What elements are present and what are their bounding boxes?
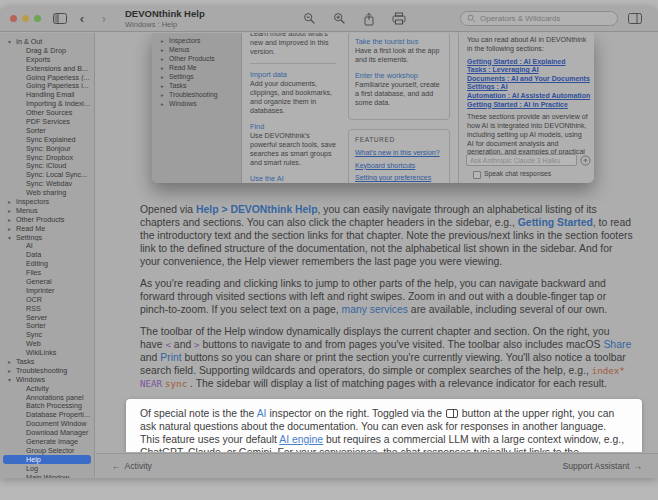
embed-entry-link[interactable]: Enter the workshop [355, 71, 443, 80]
sidebar-item-other-products[interactable]: ▸Other Products [0, 215, 94, 224]
inline-link[interactable]: AI engine [279, 434, 323, 445]
chevron-down-icon[interactable]: ▾ [8, 38, 16, 45]
sidebar-item-read-me[interactable]: ▸Read Me [0, 224, 94, 233]
chevron-right-icon[interactable]: ▸ [8, 367, 16, 374]
sidebar-item-main-window[interactable]: Main Window [0, 473, 94, 478]
sidebar-item-download-manager[interactable]: Download Manager [0, 428, 94, 437]
sidebar-item-annotations-panel[interactable]: Annotations panel [0, 393, 94, 402]
close-button[interactable] [10, 15, 17, 22]
sidebar-item-label: Sync [26, 330, 42, 339]
sidebar-item-ocr[interactable]: OCR [0, 295, 94, 304]
ai-section-link[interactable]: Getting Started : AI in Practice [467, 101, 590, 110]
sidebar-item-menus[interactable]: ▸Menus [0, 206, 94, 215]
sidebar-item-sync-webdav[interactable]: Sync: Webdav [0, 179, 94, 188]
sidebar-item-drag-drop[interactable]: Drag & Drop [0, 46, 94, 55]
sidebar-item-sync-icloud[interactable]: Sync: iCloud [0, 161, 94, 170]
sidebar-item-sync-bonjour[interactable]: Sync: Bonjour [0, 144, 94, 153]
sidebar-item-other-sources[interactable]: Other Sources [0, 108, 94, 117]
sidebar-item-exports[interactable]: Exports [0, 55, 94, 64]
ai-chat-input[interactable] [466, 154, 577, 166]
sidebar-toggle-icon[interactable] [51, 11, 69, 27]
share-icon[interactable] [360, 11, 378, 27]
sidebar-item-general[interactable]: General [0, 277, 94, 286]
ai-panel-toggle-icon[interactable] [626, 11, 644, 27]
minimize-button[interactable] [22, 15, 29, 22]
zoom-out-icon[interactable] [300, 11, 318, 27]
sidebar-item-web[interactable]: Web [0, 339, 94, 348]
sidebar-item-ai[interactable]: AI [0, 241, 94, 250]
previous-page-link[interactable]: ← Activity [112, 461, 152, 471]
search-input[interactable]: Operators & Wildcards [460, 11, 618, 26]
ai-section-link[interactable]: Getting Started : AI Explained [467, 58, 590, 67]
chevron-right-icon: ▸ [161, 47, 169, 53]
next-page-link[interactable]: Support Assistant → [563, 461, 642, 471]
inline-link[interactable]: Print [160, 352, 181, 363]
inline-link[interactable]: Share [603, 339, 631, 350]
sidebar-item-pdf-services[interactable]: PDF Services [0, 117, 94, 126]
sidebar-item-importing-indexi[interactable]: Importing & Indexi... [0, 99, 94, 108]
zoom-window-button[interactable] [34, 15, 41, 22]
chevron-right-icon[interactable]: ▸ [8, 207, 16, 214]
sidebar-item-extensions-and-b[interactable]: Extensions and B... [0, 64, 94, 73]
featured-link[interactable]: Setting your preferences [355, 173, 443, 182]
sidebar-item-group-selector[interactable]: Group Selector [0, 446, 94, 455]
sidebar-item-windows[interactable]: ▾Windows [0, 375, 94, 384]
chevron-right-icon[interactable]: ▸ [8, 216, 16, 223]
embed-entry-link[interactable]: Find [250, 122, 336, 131]
sidebar-item-generate-image[interactable]: Generate Image [0, 437, 94, 446]
sidebar-item-sync[interactable]: Sync [0, 330, 94, 339]
sidebar-item-activity[interactable]: Activity [0, 384, 94, 393]
inline-link[interactable]: Getting Started [518, 217, 593, 228]
inline-link[interactable]: AI [257, 408, 267, 419]
sidebar-item-handling-email[interactable]: Handling Email [0, 90, 94, 99]
sidebar-item-sync-dropbox[interactable]: Sync: Dropbox [0, 153, 94, 162]
print-icon[interactable] [390, 11, 408, 27]
sidebar-item-web-sharing[interactable]: Web sharing [0, 188, 94, 197]
sidebar-item-files[interactable]: Files [0, 268, 94, 277]
forward-button[interactable]: › [95, 11, 113, 27]
sidebar-item-imprinter[interactable]: Imprinter [0, 286, 94, 295]
sidebar-item-data[interactable]: Data [0, 250, 94, 259]
sidebar-item-label: RSS [26, 304, 41, 313]
sidebar-item-help[interactable]: Help [3, 455, 91, 464]
sidebar-item-document-window[interactable]: Document Window [0, 419, 94, 428]
sidebar-item-log[interactable]: Log [0, 464, 94, 473]
sidebar-item-wikilinks[interactable]: WikiLinks [0, 348, 94, 357]
chevron-right-icon[interactable]: ▸ [8, 358, 16, 365]
embed-entry-link[interactable]: Use the AI [250, 174, 336, 183]
sidebar-item-batch-processing[interactable]: Batch Processing [0, 402, 94, 411]
chevron-down-icon[interactable]: ▾ [8, 234, 16, 241]
speak-chat-checkbox[interactable] [473, 171, 481, 179]
sidebar-item-rss[interactable]: RSS [0, 304, 94, 313]
sidebar-item-editing[interactable]: Editing [0, 259, 94, 268]
sidebar-item-sync-explained[interactable]: Sync Explained [0, 135, 94, 144]
embed-entry-link[interactable]: Import data [250, 70, 336, 79]
send-icon[interactable] [580, 155, 591, 166]
sidebar-item-sync-local-sync[interactable]: Sync: Local Sync... [0, 170, 94, 179]
chevron-right-icon[interactable]: ▸ [8, 198, 16, 205]
sidebar-item-settings[interactable]: ▾Settings [0, 233, 94, 242]
featured-link[interactable]: What's new in this version? [355, 148, 443, 157]
ai-section-link[interactable]: Documents : AI and Your Documents [467, 75, 590, 84]
featured-link[interactable]: Keyboard shortcuts [355, 161, 443, 170]
sidebar-item-going-paperless[interactable]: Going Paperless (... [0, 73, 94, 82]
sidebar-item-inspectors[interactable]: ▸Inspectors [0, 197, 94, 206]
sidebar-item-troubleshooting[interactable]: ▸Troubleshooting [0, 366, 94, 375]
zoom-in-icon[interactable] [330, 11, 348, 27]
inline-link[interactable]: many services [342, 304, 408, 315]
sidebar-item-tasks[interactable]: ▸Tasks [0, 357, 94, 366]
sidebar-item-database-properti[interactable]: Database Properti... [0, 410, 94, 419]
sidebar-item-going-paperless-i[interactable]: Going Paperless i... [0, 81, 94, 90]
inline-link[interactable]: Help > DEVONthink Help [196, 204, 318, 215]
sidebar-item-in-out[interactable]: ▾In & Out [0, 37, 94, 46]
sidebar-item-server[interactable]: Server [0, 313, 94, 322]
embed-entry-link[interactable]: Take the tourist bus [355, 37, 443, 46]
sidebar-item-sorter[interactable]: Sorter [0, 126, 94, 135]
sidebar-item-sorter[interactable]: Sorter [0, 322, 94, 331]
chevron-right-icon[interactable]: ▸ [8, 225, 16, 232]
ai-section-link[interactable]: Tasks : Leveraging AI [467, 66, 590, 75]
ai-section-link[interactable]: Settings : AI [467, 83, 590, 92]
chevron-down-icon[interactable]: ▾ [8, 376, 16, 383]
back-button[interactable]: ‹ [73, 11, 91, 27]
ai-section-link[interactable]: Automation : AI Assisted Automation [467, 92, 590, 101]
